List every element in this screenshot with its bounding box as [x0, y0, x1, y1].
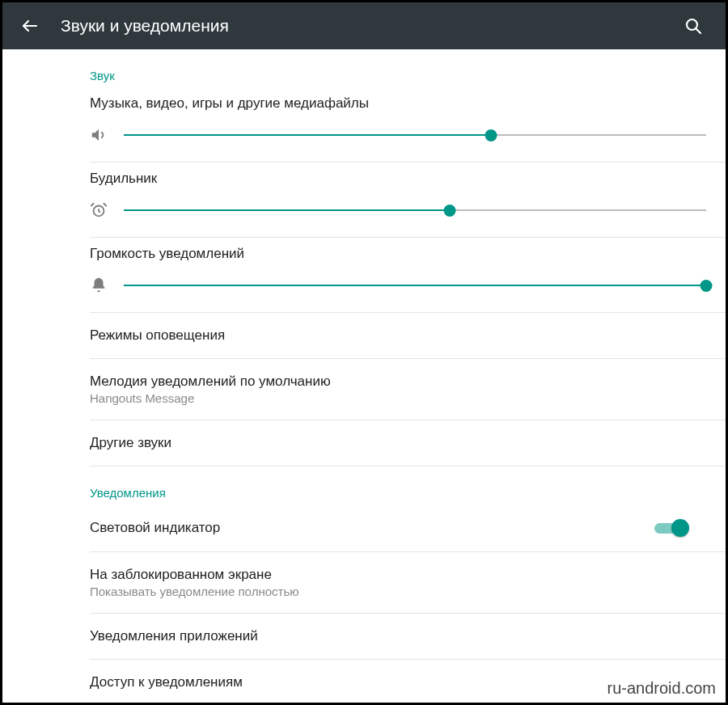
alarm-volume-slider[interactable] — [124, 202, 706, 218]
bell-icon — [90, 277, 119, 294]
default-ringtone-label: Мелодия уведомлений по умолчанию — [90, 374, 706, 390]
light-indicator-label: Световой индикатор — [90, 520, 654, 536]
media-volume-row: Музыка, видео, игры и другие медиафайлы — [2, 87, 726, 162]
other-sounds-label: Другие звуки — [90, 435, 706, 451]
volume-icon — [90, 126, 119, 144]
page-title: Звуки и уведомления — [61, 16, 675, 36]
default-ringtone-value: Hangouts Message — [90, 391, 706, 405]
notification-volume-row: Громкость уведомлений — [2, 238, 726, 312]
content: Звук Музыка, видео, игры и другие медиаф… — [2, 49, 726, 697]
watermark: ru-android.com — [607, 679, 716, 698]
alert-modes-label: Режимы оповещения — [90, 327, 706, 344]
back-button[interactable] — [12, 8, 48, 44]
search-icon — [684, 16, 703, 36]
notification-volume-slider[interactable] — [124, 277, 706, 293]
section-header-notifications: Уведомления — [2, 466, 726, 504]
media-volume-slider[interactable] — [124, 127, 706, 143]
alarm-volume-row: Будильник — [2, 163, 726, 237]
lock-screen-label: На заблокированном экране — [90, 567, 706, 583]
lock-screen-value: Показывать уведомление полностью — [90, 585, 706, 598]
notification-volume-label: Громкость уведомлений — [90, 246, 706, 262]
search-button[interactable] — [675, 8, 711, 44]
appbar: Звуки и уведомления — [2, 2, 726, 49]
app-notifications-label: Уведомления приложений — [90, 628, 706, 644]
alarm-clock-icon — [90, 201, 119, 219]
alert-modes-item[interactable]: Режимы оповещения — [2, 313, 726, 358]
alarm-volume-label: Будильник — [90, 171, 706, 187]
other-sounds-item[interactable]: Другие звуки — [2, 420, 726, 466]
media-volume-label: Музыка, видео, игры и другие медиафайлы — [90, 95, 706, 112]
settings-screen: Звуки и уведомления Звук Музыка, видео, … — [0, 0, 728, 705]
arrow-back-icon — [20, 16, 40, 36]
light-indicator-toggle[interactable] — [654, 519, 687, 537]
lock-screen-item[interactable]: На заблокированном экране Показывать уве… — [2, 552, 726, 613]
svg-line-2 — [696, 28, 700, 33]
light-indicator-item[interactable]: Световой индикатор — [2, 504, 726, 551]
default-ringtone-item[interactable]: Мелодия уведомлений по умолчанию Hangout… — [2, 359, 726, 420]
app-notifications-item[interactable]: Уведомления приложений — [2, 614, 726, 659]
section-header-sound: Звук — [2, 49, 726, 87]
